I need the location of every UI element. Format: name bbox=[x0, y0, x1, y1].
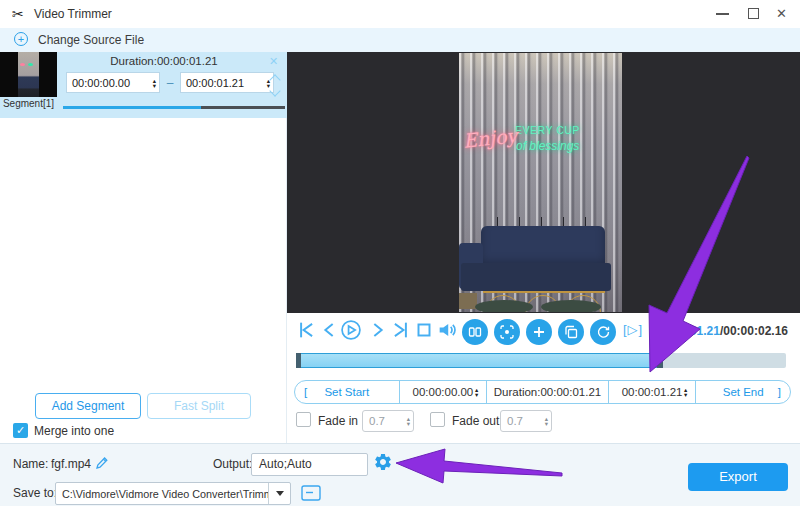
timeline-selection[interactable] bbox=[296, 353, 662, 368]
playhead-marker-icon[interactable] bbox=[651, 344, 663, 352]
fade-in-checkbox[interactable] bbox=[296, 412, 311, 427]
range-separator: – bbox=[162, 76, 178, 90]
segment-card[interactable]: Segment[1] Duration:00:00:01.21 00:00:00… bbox=[0, 52, 287, 118]
edit-name-icon[interactable] bbox=[94, 455, 110, 471]
title-bar: ✂ Video Trimmer ✕ bbox=[0, 0, 800, 28]
fast-split-button[interactable]: Fast Split bbox=[147, 393, 251, 419]
snapshot-button[interactable] bbox=[494, 319, 520, 345]
time-display: 00:00:01.21/00:00:02.16 bbox=[655, 324, 788, 338]
fade-in-label: Fade in bbox=[318, 414, 358, 428]
save-path-value: C:\Vidmore\Vidmore Video Converter\Trimm… bbox=[56, 488, 268, 500]
step-back-icon[interactable] bbox=[318, 319, 340, 341]
timeline-right-handle[interactable] bbox=[657, 353, 663, 368]
timeline-left-handle[interactable] bbox=[296, 353, 301, 368]
browse-folder-icon[interactable] bbox=[300, 483, 322, 503]
gear-icon[interactable] bbox=[373, 452, 393, 472]
segment-panel: Segment[1] Duration:00:00:01.21 00:00:00… bbox=[0, 52, 287, 443]
spinner-icon[interactable]: ▴▾ bbox=[407, 416, 410, 426]
toolbar: + Change Source File bbox=[0, 28, 800, 52]
spinner-icon[interactable]: ▴▾ bbox=[545, 416, 548, 426]
neon-sign-script: Enjoy bbox=[462, 124, 518, 152]
scissors-icon: ✂ bbox=[12, 6, 24, 22]
thumb-neon-pink bbox=[20, 63, 25, 66]
segment-close-icon[interactable]: ✕ bbox=[269, 55, 278, 68]
add-segment-button[interactable]: Add Segment bbox=[35, 393, 141, 419]
segment-duration-label: Duration:00:00:01.21 bbox=[64, 55, 264, 67]
stop-icon[interactable] bbox=[413, 319, 435, 341]
neon-sign-sub: of blessings bbox=[516, 139, 579, 153]
trim-start-input[interactable]: 00:00:00.00 ▴▾ bbox=[399, 381, 487, 403]
set-start-button[interactable]: [ Set Start bbox=[295, 381, 399, 403]
minimize-icon[interactable] bbox=[716, 13, 729, 15]
segment-thumbnail[interactable] bbox=[0, 52, 57, 97]
plus-circle-icon: + bbox=[14, 32, 28, 46]
go-to-end-icon[interactable] bbox=[390, 319, 412, 341]
segment-start-input[interactable]: 00:00:00.00 ▴▾ bbox=[66, 72, 160, 93]
export-button[interactable]: Export bbox=[688, 463, 788, 491]
maximize-icon[interactable] bbox=[748, 8, 759, 19]
neon-sign-caps: EVERY CUP bbox=[515, 124, 580, 136]
spinner-icon[interactable]: ▴▾ bbox=[153, 78, 156, 88]
fade-out-input[interactable]: 0.7 ▴▾ bbox=[500, 410, 552, 432]
volume-icon[interactable] bbox=[436, 319, 458, 341]
output-format-input[interactable]: Auto;Auto bbox=[251, 453, 368, 476]
window-title: Video Trimmer bbox=[34, 7, 112, 21]
set-end-button[interactable]: Set End ] bbox=[695, 381, 790, 403]
video-preview-area: EVERY CUP Enjoy of blessings bbox=[287, 52, 800, 313]
total-time: /00:00:02.16 bbox=[720, 324, 788, 338]
thumb-neon-green bbox=[28, 63, 33, 66]
spinner-icon[interactable]: ▴▾ bbox=[475, 387, 478, 397]
copy-button[interactable] bbox=[558, 319, 584, 345]
go-to-start-icon[interactable] bbox=[295, 319, 317, 341]
name-label: Name: bbox=[13, 457, 48, 471]
segment-name-label: Segment[1] bbox=[0, 98, 57, 109]
save-path-dropdown[interactable]: C:\Vidmore\Vidmore Video Converter\Trimm… bbox=[55, 482, 291, 505]
fade-out-label: Fade out bbox=[452, 414, 499, 428]
dropdown-arrow-icon[interactable] bbox=[268, 483, 290, 504]
current-time: 00:00:01.21 bbox=[655, 324, 720, 338]
close-icon[interactable]: ✕ bbox=[776, 6, 787, 21]
play-icon[interactable] bbox=[340, 319, 362, 341]
add-button[interactable] bbox=[526, 319, 552, 345]
sofa bbox=[481, 226, 605, 268]
segment-end-input[interactable]: 00:00:01.21 ▴▾ bbox=[180, 72, 274, 93]
fade-in-input[interactable]: 0.7 ▴▾ bbox=[362, 410, 414, 432]
video-frame[interactable]: EVERY CUP Enjoy of blessings bbox=[459, 53, 622, 312]
timeline-track[interactable] bbox=[296, 353, 786, 368]
trim-settings-bar: [ Set Start 00:00:00.00 ▴▾ Duration:00:0… bbox=[294, 380, 791, 404]
play-segment-icon[interactable]: [▷] bbox=[623, 322, 643, 337]
trim-duration-label: Duration:00:00:01.21 bbox=[486, 381, 608, 403]
split-button[interactable] bbox=[462, 319, 488, 345]
step-forward-icon[interactable] bbox=[367, 319, 389, 341]
merge-into-one-label: Merge into one bbox=[34, 424, 114, 438]
change-source-file-button[interactable]: Change Source File bbox=[38, 33, 144, 47]
reset-button[interactable] bbox=[590, 319, 616, 345]
segment-progress-bar bbox=[63, 106, 285, 109]
video-trimmer-window: ✂ Video Trimmer ✕ + Change Source File S… bbox=[0, 0, 800, 506]
output-bar: Name: fgf.mp4 Output: Auto;Auto Export S… bbox=[0, 443, 800, 506]
fade-out-checkbox[interactable] bbox=[430, 412, 445, 427]
save-to-label: Save to: bbox=[13, 486, 57, 500]
player-controls: [▷] [□] 00:00:01.21/00:00:02.16 [ Set St… bbox=[287, 313, 800, 443]
file-name: fgf.mp4 bbox=[51, 457, 91, 471]
output-label: Output: bbox=[213, 457, 252, 471]
merge-into-one-checkbox[interactable]: ✓ bbox=[13, 423, 28, 438]
trim-end-input[interactable]: 00:00:01.21 ▴▾ bbox=[608, 381, 696, 403]
spinner-icon[interactable]: ▴▾ bbox=[684, 387, 687, 397]
